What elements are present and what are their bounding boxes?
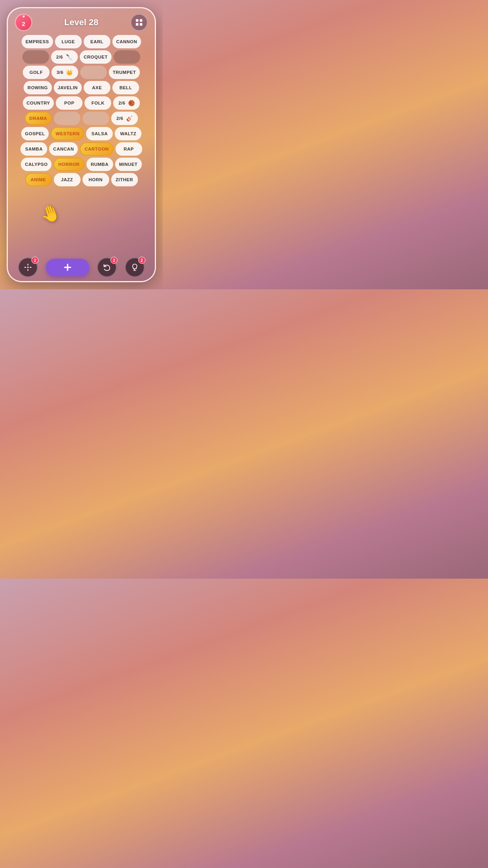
word-chip-5-3[interactable]: 2/6🎸 (111, 112, 138, 125)
word-chip-1-0 (22, 50, 49, 64)
word-row-4: COUNTRYPOPFOLK2/6🏀 (12, 96, 151, 110)
word-chip-5-2 (83, 112, 109, 125)
word-chip-9-3[interactable]: ZITHER (111, 173, 138, 186)
svg-rect-2 (136, 23, 138, 26)
word-chip-4-2[interactable]: FOLK (84, 96, 111, 110)
word-chip-9-2[interactable]: HORN (83, 173, 109, 186)
move-badge: 2 (31, 257, 39, 264)
undo-icon (103, 263, 111, 272)
grid-icon (135, 18, 143, 27)
lives-count: 2 (22, 20, 25, 27)
move-button[interactable]: 2 (18, 257, 38, 277)
word-chip-4-0[interactable]: COUNTRY (23, 96, 54, 110)
hint-badge: 2 (138, 257, 145, 264)
word-chip-2-1[interactable]: 3/6👑 (51, 66, 78, 79)
word-chip-7-3[interactable]: RAP (116, 142, 142, 156)
word-chip-8-0[interactable]: CALYPSO (21, 158, 51, 171)
svg-point-4 (27, 267, 29, 268)
word-chip-0-1[interactable]: LUGE (55, 35, 82, 48)
word-chip-8-3[interactable]: MINUET (115, 158, 142, 171)
word-chip-0-2[interactable]: EARL (84, 35, 110, 48)
phone-frame: 2 Level 28 EMPRESSLUGEEARLCANNON2/6🔪CROQ… (7, 7, 156, 282)
word-row-3: ROWINGJAVELINAXEBELL (12, 81, 151, 94)
undo-badge: 2 (110, 257, 117, 264)
words-grid: EMPRESSLUGEEARLCANNON2/6🔪CROQUETGOLF3/6👑… (8, 33, 155, 186)
add-button[interactable] (46, 259, 89, 276)
word-chip-1-1[interactable]: 2/6🔪 (51, 50, 78, 64)
word-chip-9-1[interactable]: JAZZ (54, 173, 81, 186)
word-chip-3-0[interactable]: ROWING (24, 81, 52, 94)
word-chip-2-3[interactable]: TRUMPET (109, 66, 140, 79)
level-title: Level 28 (64, 17, 99, 28)
svg-rect-0 (136, 19, 138, 22)
word-row-8: CALYPSOHORRORRUMBAMINUET (12, 158, 151, 171)
word-chip-2-2 (80, 66, 107, 79)
word-chip-4-3[interactable]: 2/6🏀 (113, 96, 140, 110)
top-bar: 2 Level 28 (8, 8, 155, 33)
word-chip-8-2[interactable]: RUMBA (86, 158, 113, 171)
word-chip-3-2[interactable]: AXE (84, 81, 110, 94)
word-chip-3-1[interactable]: JAVELIN (54, 81, 82, 94)
move-icon (24, 263, 32, 272)
word-chip-1-3 (114, 50, 140, 64)
word-chip-5-0[interactable]: DRAMA (25, 112, 52, 125)
word-chip-6-1[interactable]: WESTERN (51, 127, 84, 140)
word-chip-1-2[interactable]: CROQUET (80, 50, 112, 64)
word-chip-6-3[interactable]: WALTZ (115, 127, 141, 140)
word-chip-3-3[interactable]: BELL (112, 81, 139, 94)
menu-button[interactable] (130, 14, 148, 31)
word-row-2: GOLF3/6👑TRUMPET (12, 66, 151, 79)
word-row-6: GOSPELWESTERNSALSAWALTZ (12, 127, 151, 140)
word-row-1: 2/6🔪CROQUET (12, 50, 151, 64)
plus-icon (62, 262, 73, 272)
word-chip-4-1[interactable]: POP (56, 96, 83, 110)
word-chip-2-0[interactable]: GOLF (23, 66, 50, 79)
bottom-bar: 2 2 2 (8, 257, 155, 277)
word-row-9: ANIMEJAZZHORNZITHER (12, 173, 151, 186)
word-chip-8-1[interactable]: HORROR (53, 158, 84, 171)
svg-rect-3 (140, 23, 142, 26)
word-row-5: DRAMA2/6🎸 (12, 112, 151, 125)
word-chip-6-0[interactable]: GOSPEL (21, 127, 49, 140)
svg-rect-1 (140, 19, 142, 22)
lightbulb-icon (130, 263, 139, 272)
word-chip-7-0[interactable]: SAMBA (20, 142, 47, 156)
hint-button[interactable]: 2 (125, 257, 145, 277)
undo-button[interactable]: 2 (97, 257, 117, 277)
lives-badge: 2 (15, 14, 32, 31)
word-chip-6-2[interactable]: SALSA (86, 127, 113, 140)
word-chip-7-2[interactable]: CARTOON (80, 142, 113, 156)
word-chip-7-1[interactable]: CANCAN (49, 142, 78, 156)
word-chip-5-1 (54, 112, 81, 125)
word-chip-0-0[interactable]: EMPRESS (22, 35, 53, 48)
word-row-7: SAMBACANCANCARTOONRAP (12, 142, 151, 156)
word-chip-9-0[interactable]: ANIME (25, 173, 52, 186)
word-chip-0-3[interactable]: CANNON (112, 35, 141, 48)
word-row-0: EMPRESSLUGEEARLCANNON (12, 35, 151, 48)
